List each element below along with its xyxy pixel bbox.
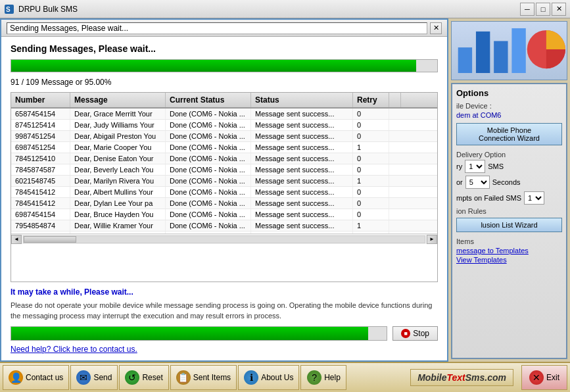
notice-body: Please do not operate your mobile device… — [11, 301, 438, 321]
table-cell: Dear, Grace Merritt Your — [70, 109, 166, 119]
reset-label: Reset — [142, 373, 162, 382]
exclusion-button[interactable]: lusion List Wizard — [456, 218, 562, 232]
brand-text: Mobile — [417, 372, 446, 383]
table-cell: Dear, Judy Williams Your — [70, 120, 166, 130]
options-panel: Options ile Device : dem at COM6 Mobile … — [451, 83, 567, 359]
help-button[interactable]: ? Help — [300, 365, 346, 390]
app-icon: S — [4, 4, 14, 14]
progress-fill — [11, 60, 416, 72]
about-button[interactable]: ℹ About Us — [238, 365, 299, 390]
contact-icon: 👤 — [9, 370, 23, 385]
reset-button[interactable]: ↺ Reset — [119, 365, 168, 390]
table-cell: Done (COM6 - Nokia ... — [166, 198, 251, 208]
failed-label: mpts on Failed SMS — [456, 194, 521, 202]
horizontal-scrollbar[interactable]: ◄ ► — [11, 233, 437, 244]
table-cell: 0 — [353, 187, 389, 197]
about-icon: ℹ — [244, 370, 258, 385]
close-button[interactable]: ✕ — [552, 3, 566, 16]
chart-area — [451, 21, 567, 80]
wizard-button[interactable]: Mobile PhoneConnection Wizard — [456, 123, 562, 145]
brand-badge: MobileTextSms.com — [410, 369, 513, 386]
delivery-label: Delivery Option — [456, 151, 562, 159]
table-cell: 0 — [353, 131, 389, 141]
table-cell: Done (COM6 - Nokia ... — [166, 120, 251, 130]
dialog-title-bar: ✕ — [1, 20, 447, 37]
table-cell: 1 — [353, 142, 389, 153]
bar-chart — [452, 24, 567, 77]
svg-rect-3 — [476, 32, 490, 73]
stop-icon: ■ — [401, 329, 410, 338]
table-cell: Done (COM6 - Nokia ... — [166, 142, 251, 153]
right-panel: Options ile Device : dem at COM6 Mobile … — [448, 18, 570, 362]
dialog-panel: ✕ Sending Messages, Please wait... 91 / … — [0, 18, 448, 362]
failed-row: mpts on Failed SMS 123 — [456, 191, 562, 205]
help-icon: ? — [307, 370, 321, 385]
dialog-title-input[interactable] — [7, 22, 427, 34]
table-cell: Message sent success... — [251, 153, 353, 164]
bottom-actions: ■ Stop — [11, 326, 438, 341]
table-cell: Dear, Marilyn Rivera You — [70, 176, 166, 186]
stop-button[interactable]: ■ Stop — [392, 326, 438, 341]
h-scroll-thumb[interactable] — [24, 236, 76, 243]
col-message: Message — [70, 93, 166, 107]
template-link[interactable]: message to Templates — [456, 247, 562, 255]
table-row: 7845874587Dear, Beverly Leach YouDone (C… — [11, 164, 437, 176]
table-cell: 1 — [353, 176, 389, 186]
table-body[interactable]: 6587454154Dear, Grace Merritt YourDone (… — [11, 109, 437, 233]
table-row: 9987451254Dear, Abigail Preston YouDone … — [11, 131, 437, 142]
contact-button[interactable]: 👤 Contact us — [3, 365, 69, 390]
col-retry: Retry — [353, 93, 389, 107]
exit-button[interactable]: ✕ Exit — [521, 365, 567, 390]
table-row: 6021548745Dear, Marilyn Rivera YouDone (… — [11, 176, 437, 187]
exit-label: Exit — [546, 373, 559, 382]
table-cell: Message sent success... — [251, 131, 353, 141]
seconds-label: Seconds — [492, 178, 521, 186]
h-scroll-track[interactable] — [23, 235, 425, 243]
send-label: Send — [93, 373, 112, 382]
table-cell: Done (COM6 - Nokia ... — [166, 187, 251, 197]
stop-label: Stop — [413, 329, 429, 338]
options-title: Options — [456, 88, 562, 98]
svg-text:S: S — [6, 6, 11, 13]
scroll-left-arrow[interactable]: ◄ — [11, 235, 22, 244]
col-current-status: Current Status — [166, 93, 251, 107]
sms-label: SMS — [488, 162, 504, 170]
dialog-close-button[interactable]: ✕ — [430, 22, 442, 34]
minimize-button[interactable]: ─ — [520, 3, 534, 16]
table-cell: Done (COM6 - Nokia ... — [166, 209, 251, 220]
table-cell: Message sent success... — [251, 109, 353, 119]
table-cell: 6021548745 — [11, 176, 70, 186]
view-templates-link[interactable]: View Templates — [456, 256, 562, 264]
delay-select[interactable]: 51015 — [465, 176, 490, 189]
table-cell: 7845874587 — [11, 164, 70, 175]
help-link[interactable]: Need help? Click here to contact us. — [11, 345, 438, 354]
table-row: 8745125414Dear, Judy Williams YourDone (… — [11, 120, 437, 131]
title-bar: S DRPU Bulk SMS ─ □ ✕ — [0, 0, 570, 18]
maximize-button[interactable]: □ — [536, 3, 550, 16]
table-cell: 0 — [353, 153, 389, 164]
svg-rect-5 — [511, 28, 525, 73]
col-status: Status — [251, 93, 353, 107]
items-label: Items — [456, 237, 562, 245]
col-number: Number — [11, 93, 70, 107]
table-cell: Dear, Beverly Leach You — [70, 164, 166, 175]
rules-label: ion Rules — [456, 207, 562, 215]
table-cell: Done (COM6 - Nokia ... — [166, 153, 251, 164]
retry-select[interactable]: 123 — [465, 160, 485, 173]
delay-row: or 51015 Seconds — [456, 176, 562, 189]
table-cell: Dear, Marie Cooper You — [70, 142, 166, 153]
progress-text: 91 / 109 Message or 95.00% — [11, 78, 438, 87]
table-cell: Dear, Dylan Lee Your pa — [70, 198, 166, 208]
table-cell: 6587454154 — [11, 109, 70, 119]
failed-select[interactable]: 123 — [524, 191, 544, 205]
table-cell: Dear, Willie Kramer Your — [70, 220, 166, 231]
device-label: ile Device : — [456, 102, 562, 110]
scroll-right-arrow[interactable]: ► — [427, 235, 437, 244]
table-cell: Done (COM6 - Nokia ... — [166, 109, 251, 119]
table-row: 7954854874Dear, Willie Kramer YourDone (… — [11, 220, 437, 232]
table-cell: 6987454154 — [11, 209, 70, 220]
bottom-progress-fill — [11, 327, 368, 340]
send-button[interactable]: ✉ Send — [70, 365, 118, 390]
window-controls: ─ □ ✕ — [520, 3, 566, 16]
sent-items-button[interactable]: 📋 Sent Items — [170, 365, 237, 390]
